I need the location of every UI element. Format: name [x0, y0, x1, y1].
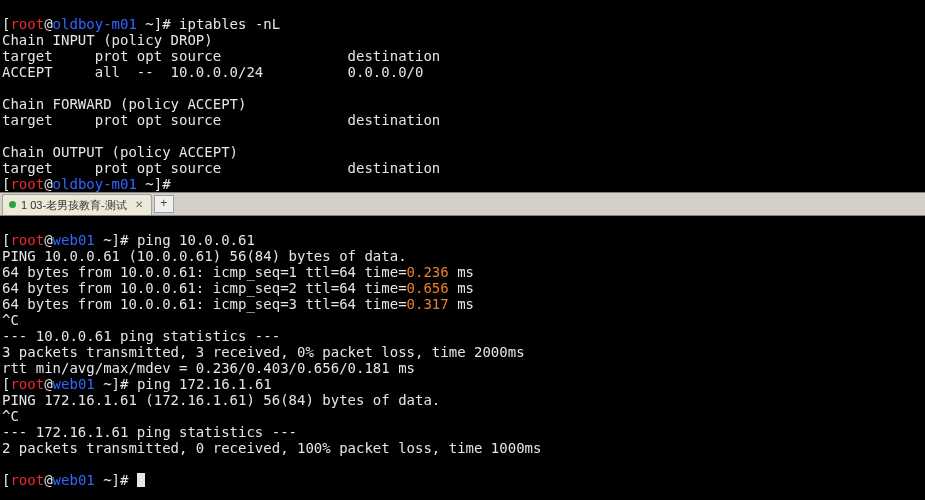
status-dot-icon — [9, 201, 16, 208]
output-line: --- 10.0.0.61 ping statistics --- — [2, 328, 280, 344]
output-line: 3 packets transmitted, 3 received, 0% pa… — [2, 344, 525, 360]
tab-bar: 1 03-老男孩教育-测试 ✕ + — [0, 192, 925, 216]
tab-session-1[interactable]: 1 03-老男孩教育-测试 ✕ — [2, 194, 152, 215]
add-tab-button[interactable]: + — [154, 195, 174, 213]
prompt-line: [root@web01 ~]# — [2, 376, 128, 392]
prompt-line: [root@oldboy-m01 ~]# — [2, 16, 171, 32]
command-text: ping 172.16.1.61 — [128, 376, 271, 392]
output-line: 64 bytes from 10.0.0.61: icmp_seq=3 ttl=… — [2, 296, 474, 312]
output-line: PING 10.0.0.61 (10.0.0.61) 56(84) bytes … — [2, 248, 407, 264]
output-line: Chain OUTPUT (policy ACCEPT) — [2, 144, 238, 160]
output-line: --- 172.16.1.61 ping statistics --- — [2, 424, 297, 440]
prompt-line: [root@web01 ~]# — [2, 472, 137, 488]
terminal-pane-bottom[interactable]: [root@web01 ~]# ping 10.0.0.61 PING 10.0… — [0, 216, 925, 488]
output-line: target prot opt source destination — [2, 48, 440, 64]
command-text: iptables -nL — [171, 16, 281, 32]
prompt-line: [root@web01 ~]# — [2, 232, 128, 248]
output-line: Chain FORWARD (policy ACCEPT) — [2, 96, 246, 112]
output-line: 2 packets transmitted, 0 received, 100% … — [2, 440, 541, 456]
output-line: rtt min/avg/max/mdev = 0.236/0.403/0.656… — [2, 360, 415, 376]
command-text: ping 10.0.0.61 — [128, 232, 254, 248]
prompt-line: [root@oldboy-m01 ~]# — [2, 176, 171, 192]
output-line: target prot opt source destination — [2, 112, 440, 128]
output-line: PING 172.16.1.61 (172.16.1.61) 56(84) by… — [2, 392, 440, 408]
cursor-icon — [137, 473, 145, 487]
output-line: ^C — [2, 312, 19, 328]
output-line: 64 bytes from 10.0.0.61: icmp_seq=1 ttl=… — [2, 264, 474, 280]
tab-label: 1 03-老男孩教育-测试 — [21, 197, 127, 213]
close-icon[interactable]: ✕ — [135, 200, 143, 210]
output-line: ^C — [2, 408, 19, 424]
output-line: 64 bytes from 10.0.0.61: icmp_seq=2 ttl=… — [2, 280, 474, 296]
terminal-pane-top[interactable]: [root@oldboy-m01 ~]# iptables -nL Chain … — [0, 0, 925, 192]
output-line: Chain INPUT (policy DROP) — [2, 32, 213, 48]
output-line: target prot opt source destination — [2, 160, 440, 176]
output-line: ACCEPT all -- 10.0.0.0/24 0.0.0.0/0 — [2, 64, 423, 80]
